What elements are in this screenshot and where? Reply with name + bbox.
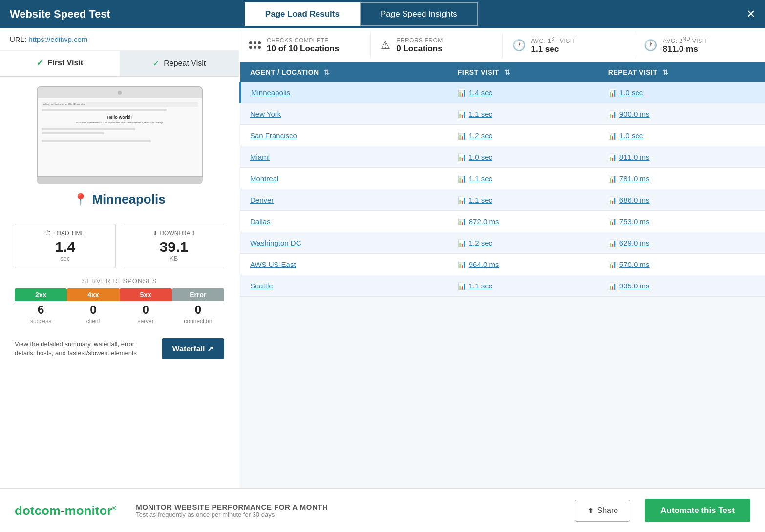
repeat-time-link[interactable]: 629.0 ms (619, 239, 650, 247)
cell-first-visit: 📊1.2 sec (448, 125, 598, 146)
location-link[interactable]: Washington DC (250, 239, 301, 247)
stat-avg-first-value: 1.1 sec (531, 44, 576, 54)
repeat-time-link[interactable]: 753.0 ms (619, 217, 650, 225)
share-button[interactable]: ⬆ Share (575, 500, 631, 522)
laptop-screenshot: editwp — Just another WordPress site Hel… (37, 86, 203, 184)
repeat-time-link[interactable]: 1.0 sec (619, 131, 643, 140)
load-time-unit: sec (20, 255, 110, 262)
location-link[interactable]: Miami (250, 153, 270, 161)
laptop-bottom (37, 177, 203, 184)
tab-page-load[interactable]: Page Load Results (245, 2, 360, 26)
table-row: Montreal📊1.1 sec📊781.0 ms (240, 168, 765, 189)
stat-avg-second-text: AVG: 2nd VISIT 811.0 ms (663, 36, 708, 54)
location-link[interactable]: AWS US-East (250, 260, 296, 268)
repeat-visit-check: ✓ (152, 58, 160, 69)
content-line-4 (42, 140, 151, 142)
badge-5xx: 5xx 0 server (120, 288, 172, 325)
tab-page-speed[interactable]: Page Speed Insights (360, 2, 478, 26)
table-row: AWS US-East📊964.0 ms📊570.0 ms (240, 254, 765, 275)
first-visit-time: 📊1.1 sec (458, 110, 589, 118)
chart-icon: 📊 (458, 110, 466, 118)
visit-tabs: ✓ First Visit ✓ Repeat Visit (0, 51, 239, 77)
col-first-visit: FIRST VISIT ⇅ (448, 62, 598, 82)
repeat-time-link[interactable]: 1.0 sec (619, 88, 643, 97)
first-visit-time: 📊1.1 sec (458, 282, 589, 290)
cell-repeat-visit: 📊935.0 ms (598, 275, 765, 297)
location-link[interactable]: San Francisco (250, 131, 297, 140)
first-time-link[interactable]: 1.1 sec (469, 282, 492, 290)
location-link[interactable]: Seattle (250, 282, 273, 290)
cell-location: Minneapolis (240, 82, 448, 103)
table-body: Minneapolis📊1.4 sec📊1.0 secNew York📊1.1 … (240, 82, 765, 297)
screenshot-area: editwp — Just another WordPress site Hel… (0, 77, 239, 224)
chart-icon-repeat: 📊 (608, 218, 616, 225)
chart-icon-repeat: 📊 (608, 132, 616, 140)
first-time-link[interactable]: 1.1 sec (469, 174, 492, 183)
cell-location: Seattle (240, 275, 448, 297)
cell-location: Miami (240, 146, 448, 168)
repeat-visit-label: Repeat Visit (164, 59, 206, 68)
location-link[interactable]: Denver (250, 196, 274, 204)
repeat-time-link[interactable]: 935.0 ms (619, 282, 650, 290)
content-line-3 (42, 132, 104, 134)
first-time-link[interactable]: 1.0 sec (469, 153, 492, 161)
waterfall-button[interactable]: Waterfall ↗ (162, 338, 224, 359)
first-time-link[interactable]: 1.1 sec (469, 110, 492, 118)
stats-bar: CHECKS COMPLETE 10 of 10 Locations ⚠ ERR… (239, 28, 765, 62)
table-row: Denver📊1.1 sec📊686.0 ms (240, 189, 765, 211)
site-header-bar: editwp — Just another WordPress site (42, 102, 198, 107)
repeat-time-link[interactable]: 570.0 ms (619, 260, 650, 268)
cell-location: Denver (240, 189, 448, 211)
errors-icon: ⚠ (381, 39, 390, 52)
app-title: Website Speed Test (10, 8, 110, 20)
first-time-link[interactable]: 1.2 sec (469, 239, 492, 247)
first-time-link[interactable]: 1.1 sec (469, 196, 492, 204)
badge-4xx-count: 0 (67, 303, 119, 317)
repeat-time-link[interactable]: 811.0 ms (619, 153, 650, 161)
col-repeat-visit: REPEAT VISIT ⇅ (598, 62, 765, 82)
chart-icon: 📊 (458, 89, 466, 97)
location-link[interactable]: New York (250, 110, 281, 118)
download-label: ⬇ DOWNLOAD (129, 230, 219, 237)
chart-icon: 📊 (458, 175, 466, 183)
badge-5xx-label: 5xx (120, 288, 172, 301)
server-responses-title: SERVER RESPONSES (15, 277, 224, 285)
first-visit-time: 📊964.0 ms (458, 260, 589, 268)
waterfall-text: View the detailed summary, waterfall, er… (15, 340, 154, 357)
first-visit-label: First Visit (47, 59, 83, 67)
badge-error-label: Error (172, 288, 224, 301)
first-time-link[interactable]: 872.0 ms (469, 217, 499, 225)
cell-first-visit: 📊1.1 sec (448, 189, 598, 211)
header: Website Speed Test Page Load Results Pag… (0, 0, 765, 28)
resp-badges: 2xx 6 success 4xx 0 client 5xx 0 server … (15, 288, 224, 325)
download-icon: ⬇ (153, 230, 158, 237)
avg-second-icon: 🕐 (644, 39, 657, 52)
first-time-link[interactable]: 1.4 sec (469, 88, 492, 97)
table-row: New York📊1.1 sec📊900.0 ms (240, 103, 765, 125)
tab-first-visit[interactable]: ✓ First Visit (0, 51, 120, 76)
first-time-link[interactable]: 1.2 sec (469, 131, 492, 140)
url-label: URL: (10, 35, 28, 43)
load-time-box: ⏱ LOAD TIME 1.4 sec (15, 224, 116, 268)
repeat-time-link[interactable]: 686.0 ms (619, 196, 650, 204)
results-table: AGENT / LOCATION ⇅ FIRST VISIT ⇅ REPEAT … (239, 62, 765, 297)
cell-repeat-visit: 📊570.0 ms (598, 254, 765, 275)
tab-repeat-visit[interactable]: ✓ Repeat Visit (120, 51, 239, 76)
stat-avg-second-value: 811.0 ms (663, 44, 708, 54)
close-icon[interactable]: ✕ (746, 8, 755, 20)
location-link[interactable]: Dallas (250, 217, 271, 225)
cell-location: Montreal (240, 168, 448, 189)
repeat-visit-time: 📊811.0 ms (608, 153, 755, 161)
table-row: Miami📊1.0 sec📊811.0 ms (240, 146, 765, 168)
automate-button[interactable]: Automate this Test (645, 499, 750, 522)
table-head: AGENT / LOCATION ⇅ FIRST VISIT ⇅ REPEAT … (240, 62, 765, 82)
share-label: Share (597, 506, 618, 515)
url-link[interactable]: https://editwp.com (28, 35, 87, 43)
cell-first-visit: 📊1.4 sec (448, 82, 598, 103)
repeat-time-link[interactable]: 900.0 ms (619, 110, 650, 118)
first-time-link[interactable]: 964.0 ms (469, 260, 499, 268)
location-link[interactable]: Montreal (250, 174, 278, 183)
cell-repeat-visit: 📊1.0 sec (598, 125, 765, 146)
location-link[interactable]: Minneapolis (251, 88, 290, 97)
repeat-time-link[interactable]: 781.0 ms (619, 174, 650, 183)
